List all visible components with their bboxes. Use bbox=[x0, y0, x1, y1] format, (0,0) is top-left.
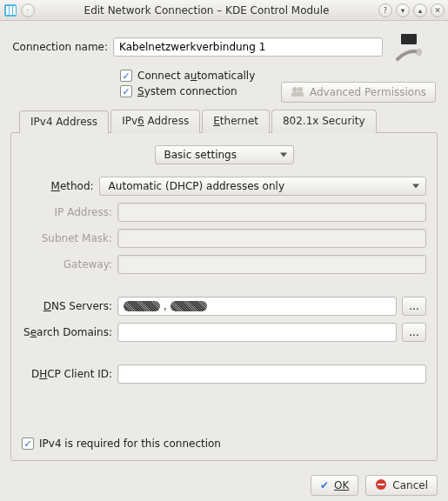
dialog-content: Connection name: Connect automatically S… bbox=[0, 21, 448, 466]
search-row: Search Domains: ... bbox=[22, 323, 426, 342]
method-combo[interactable]: Automatic (DHCP) addresses only bbox=[99, 177, 426, 196]
dhcp-input[interactable] bbox=[117, 364, 426, 384]
dialog-footer: ✔ OK Cancel bbox=[0, 466, 448, 496]
dns-label: DNS Servers: bbox=[22, 300, 112, 312]
connect-auto-label: Connect automatically bbox=[137, 70, 255, 82]
subnet-row: Subnet Mask: bbox=[22, 229, 426, 248]
dhcp-label: DHCP Client ID: bbox=[22, 368, 112, 380]
ip-label: IP Address: bbox=[22, 206, 112, 218]
ip-row: IP Address: bbox=[22, 203, 426, 222]
dns-input[interactable]: , bbox=[117, 297, 397, 316]
tab-8021x[interactable]: 802.1x Security bbox=[271, 110, 377, 133]
connection-name-label: Connection name: bbox=[10, 41, 108, 53]
search-edit-button[interactable]: ... bbox=[402, 323, 426, 342]
search-input[interactable] bbox=[117, 323, 397, 342]
ok-icon: ✔ bbox=[320, 479, 329, 491]
connect-auto-row: Connect automatically bbox=[120, 70, 438, 82]
app-icon bbox=[3, 3, 17, 17]
ok-label: OK bbox=[334, 479, 349, 491]
cancel-button[interactable]: Cancel bbox=[365, 475, 438, 496]
dns-edit-button[interactable]: ... bbox=[402, 297, 426, 316]
ipv4-required-checkbox[interactable] bbox=[22, 438, 34, 450]
svg-rect-1 bbox=[6, 6, 9, 15]
settings-level-value: Basic settings bbox=[164, 149, 237, 161]
subnet-label: Subnet Mask: bbox=[22, 232, 112, 244]
tab-bar: IPv4 Address IPv6 Address Ethernet 802.1… bbox=[10, 110, 438, 133]
ok-button[interactable]: ✔ OK bbox=[311, 475, 358, 496]
tab-ipv4[interactable]: IPv4 Address bbox=[19, 110, 109, 134]
ip-input bbox=[117, 203, 426, 222]
ethernet-plug-icon bbox=[391, 30, 426, 64]
ipv4-required-row: IPv4 is required for this connection bbox=[22, 438, 221, 450]
svg-rect-6 bbox=[416, 48, 422, 57]
tab-ipv6[interactable]: IPv6 Address bbox=[110, 110, 200, 133]
svg-rect-2 bbox=[10, 6, 12, 15]
method-value: Automatic (DHCP) addresses only bbox=[109, 180, 284, 192]
help-icon[interactable]: ? bbox=[378, 3, 392, 17]
connection-name-row: Connection name: bbox=[10, 30, 438, 64]
svg-point-8 bbox=[298, 87, 303, 92]
minimize-icon[interactable]: ▾ bbox=[396, 3, 410, 17]
gateway-label: Gateway: bbox=[22, 258, 112, 271]
advanced-permissions-button: Advanced Permissions bbox=[281, 82, 436, 103]
svg-rect-5 bbox=[405, 41, 413, 44]
titlebar: ◦ Edit Network Connection – KDE Control … bbox=[0, 0, 448, 21]
dhcp-row: DHCP Client ID: bbox=[22, 364, 426, 384]
ipv4-panel: Basic settings Method: Automatic (DHCP) … bbox=[10, 132, 438, 461]
advanced-permissions-label: Advanced Permissions bbox=[310, 86, 426, 98]
cancel-icon bbox=[375, 478, 387, 493]
svg-point-7 bbox=[292, 87, 298, 92]
connect-auto-checkbox[interactable] bbox=[120, 70, 132, 82]
svg-rect-9 bbox=[291, 92, 304, 97]
tab-ethernet[interactable]: Ethernet bbox=[202, 110, 270, 133]
dns-row: DNS Servers: , ... bbox=[22, 297, 426, 316]
dns-value-2 bbox=[171, 301, 207, 311]
gateway-input bbox=[117, 255, 426, 274]
svg-rect-3 bbox=[13, 6, 16, 15]
svg-rect-11 bbox=[378, 484, 384, 485]
system-conn-checkbox[interactable] bbox=[120, 85, 132, 97]
pin-icon[interactable]: ◦ bbox=[21, 3, 35, 17]
system-conn-label: System connection bbox=[137, 85, 237, 97]
close-icon[interactable]: ✕ bbox=[431, 3, 445, 17]
method-label: Method: bbox=[22, 180, 94, 192]
window-title: Edit Network Connection – KDE Control Mo… bbox=[38, 4, 375, 17]
search-label: Search Domains: bbox=[22, 326, 112, 338]
method-row: Method: Automatic (DHCP) addresses only bbox=[22, 177, 426, 196]
gateway-row: Gateway: bbox=[22, 255, 426, 274]
settings-level-combo[interactable]: Basic settings bbox=[155, 145, 294, 164]
subnet-input bbox=[117, 229, 426, 248]
maximize-icon[interactable]: ▴ bbox=[413, 3, 427, 17]
group-icon bbox=[291, 85, 304, 100]
cancel-label: Cancel bbox=[392, 479, 428, 491]
dns-value-1 bbox=[124, 301, 160, 311]
connection-name-input[interactable] bbox=[113, 37, 383, 57]
ipv4-required-label: IPv4 is required for this connection bbox=[39, 438, 221, 450]
